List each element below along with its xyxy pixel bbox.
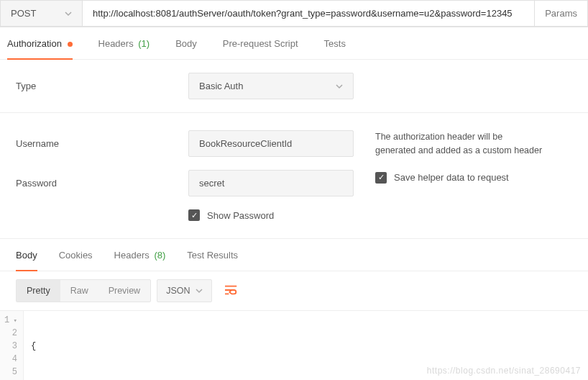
chevron-down-icon [65, 10, 72, 17]
line-gutter: 1234567 [0, 311, 24, 380]
type-label: Type [16, 81, 188, 91]
auth-type-select[interactable]: Basic Auth [188, 73, 354, 99]
save-helper-checkbox[interactable]: ✓ [375, 172, 387, 184]
chevron-down-icon [196, 287, 203, 294]
wrap-lines-button[interactable] [218, 281, 245, 302]
auth-section: Type Basic Auth Username Password ✓ Show… [0, 60, 588, 239]
auth-type-row: Type Basic Auth [0, 60, 588, 113]
password-row: Password [16, 170, 375, 196]
params-button[interactable]: Params [535, 0, 588, 27]
username-row: Username [16, 130, 375, 157]
wrap-lines-icon [225, 285, 238, 295]
tab-headers[interactable]: Headers (1) [98, 38, 150, 59]
username-label: Username [16, 138, 188, 149]
headers-count: (1) [138, 38, 150, 49]
view-mode-group: Pretty Raw Preview [16, 279, 151, 302]
response-view-bar: Pretty Raw Preview JSON [0, 271, 588, 310]
request-tabs: Authorization Headers (1) Body Pre-reque… [0, 27, 588, 60]
request-bar: POST Params [0, 0, 588, 27]
url-input[interactable] [83, 0, 535, 27]
modified-dot-icon [68, 42, 73, 47]
show-password-row[interactable]: ✓ Show Password [188, 209, 375, 221]
save-helper-label: Save helper data to request [394, 172, 509, 183]
credentials-panel: Username Password ✓ Show Password The au… [0, 113, 588, 239]
chevron-down-icon [336, 83, 343, 90]
password-label: Password [16, 178, 188, 189]
password-input[interactable] [188, 170, 354, 196]
tab-body[interactable]: Body [175, 38, 197, 59]
username-input[interactable] [188, 130, 354, 157]
view-pretty[interactable]: Pretty [17, 280, 60, 302]
save-helper-row[interactable]: ✓ Save helper data to request [375, 172, 542, 184]
tab-prerequest[interactable]: Pre-request Script [223, 38, 298, 59]
watermark: https://blog.csdn.net/sinat_28690417 [427, 366, 581, 376]
auth-help: The authorization header will be generat… [375, 130, 542, 221]
view-preview[interactable]: Preview [98, 280, 150, 302]
show-password-label: Show Password [207, 210, 274, 221]
resp-tab-body[interactable]: Body [16, 250, 37, 271]
resp-headers-count: (8) [154, 250, 165, 261]
show-password-checkbox[interactable]: ✓ [188, 209, 200, 221]
view-raw[interactable]: Raw [60, 280, 98, 302]
method-label: POST [11, 8, 36, 19]
tab-authorization[interactable]: Authorization [7, 38, 73, 60]
resp-tab-tests[interactable]: Test Results [187, 250, 238, 271]
response-tabs: Body Cookies Headers (8) Test Results [0, 239, 588, 271]
format-select[interactable]: JSON [157, 279, 212, 302]
method-select[interactable]: POST [0, 0, 83, 27]
tab-tests[interactable]: Tests [324, 38, 346, 59]
resp-tab-headers[interactable]: Headers (8) [114, 250, 166, 271]
resp-tab-cookies[interactable]: Cookies [59, 250, 93, 271]
